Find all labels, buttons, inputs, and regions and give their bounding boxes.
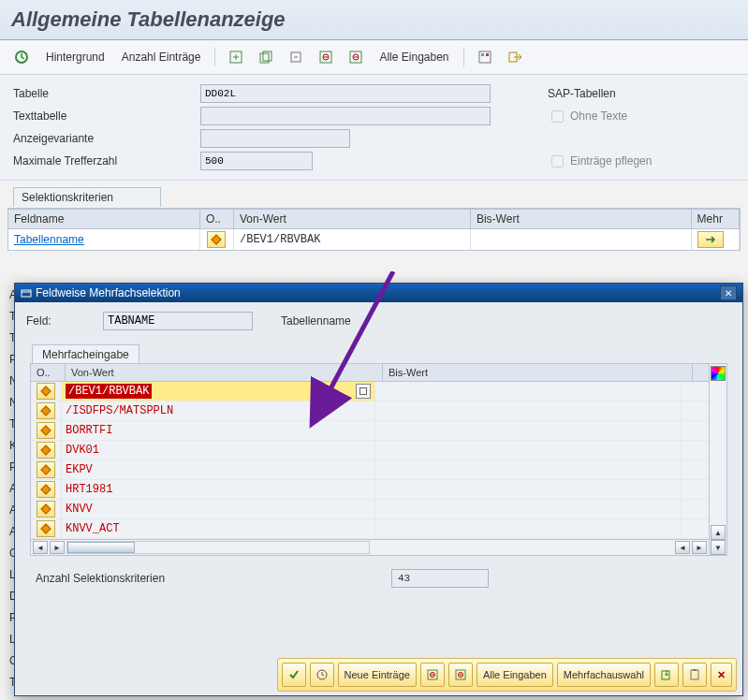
mf-row[interactable]: KNVV_ACT (31, 519, 709, 539)
option-icon[interactable] (37, 442, 55, 459)
selkrit-head-opt: O.. (200, 210, 234, 228)
option-icon[interactable] (37, 501, 55, 518)
option-icon[interactable] (37, 520, 55, 537)
mf-row[interactable]: DVK01 (31, 441, 709, 460)
ohne-texte-label: Ohne Texte (570, 109, 627, 123)
delete-row-icon[interactable] (313, 46, 339, 68)
column-config-icon[interactable] (711, 366, 726, 381)
page-title: Allgemeine Tabellenanzeige (11, 7, 286, 32)
option-icon[interactable] (37, 383, 55, 400)
mehr-button[interactable] (697, 231, 724, 248)
eintraege-pflegen-label: Einträge pflegen (570, 154, 652, 168)
bis-value[interactable] (375, 382, 682, 401)
mf-row[interactable]: /BEV1/RBVBAK (31, 382, 709, 401)
mf-row[interactable]: /ISDFPS/MATSPPLN (31, 401, 709, 421)
anzahl-value: 43 (391, 569, 489, 588)
scroll-left2-icon[interactable]: ◄ (675, 541, 690, 554)
dialog-title: Feldweise Mehrfachselektion (36, 286, 181, 299)
paste-row-icon[interactable] (283, 46, 309, 68)
dialog-titlebar: Feldweise Mehrfachselektion ✕ (15, 284, 742, 302)
sap-tabellen-label: SAP-Tabellen (548, 87, 735, 100)
bis-wert-cell[interactable] (471, 229, 692, 250)
layout-icon[interactable] (472, 46, 498, 68)
hintergrund-button[interactable]: Hintergrund (39, 46, 111, 68)
clipboard-button[interactable] (682, 663, 707, 687)
svg-rect-11 (486, 53, 489, 56)
cancel-button[interactable]: ✕ (711, 663, 732, 687)
execute-icon[interactable] (7, 46, 36, 68)
svg-rect-9 (479, 51, 491, 63)
selkrit-head-von: Von-Wert (234, 210, 471, 228)
mehrfachauswahl-button[interactable]: Mehrfachauswahl (557, 663, 651, 687)
mehrfacheingabe-tab[interactable]: Mehrfacheingabe (32, 344, 139, 364)
feld-label: Feld: (26, 314, 92, 328)
insert-row-icon[interactable] (223, 46, 249, 68)
selkrit-title: Selektionskriterien (13, 187, 161, 207)
bis-value[interactable] (375, 460, 682, 479)
h-scrollbar[interactable]: ◄ ► ◄ ► (31, 539, 709, 555)
clock-button[interactable] (310, 663, 334, 687)
von-value[interactable]: KNVV (66, 503, 93, 516)
scroll-right-icon[interactable]: ► (50, 541, 65, 554)
von-value[interactable]: /ISDFPS/MATSPPLN (66, 404, 173, 417)
selkrit-head-bis: Bis-Wert (471, 210, 692, 228)
von-value[interactable]: KNVV_ACT (66, 522, 120, 535)
anzahl-eintraege-button[interactable]: Anzahl Einträge (115, 46, 208, 68)
f4-help-icon[interactable] (356, 384, 371, 399)
maxtreffer-input[interactable] (200, 152, 313, 170)
scroll-left-icon[interactable]: ◄ (33, 541, 48, 554)
alle-eingaben-button[interactable]: Alle Eingaben (373, 46, 455, 68)
selkrit-head-feldname: Feldname (8, 210, 200, 228)
multi-select-dialog: Feldweise Mehrfachselektion ✕ Feld: Tabe… (14, 283, 743, 696)
tabelle-input[interactable] (200, 84, 491, 103)
exit-icon[interactable] (502, 46, 528, 68)
bis-value[interactable] (375, 480, 682, 499)
mf-row[interactable]: BORRTFI (31, 421, 709, 441)
scroll-right2-icon[interactable]: ► (692, 541, 707, 554)
anzeigevariante-input[interactable] (200, 129, 350, 148)
import-button[interactable] (654, 663, 679, 687)
mf-head-bis: Bis-Wert (383, 364, 693, 381)
bis-value[interactable] (375, 441, 682, 459)
bis-value[interactable] (375, 500, 682, 518)
dialog-footer: Neue Einträge Alle Eingaben Mehrfachausw… (277, 658, 737, 692)
option-icon[interactable] (37, 461, 55, 478)
scroll-down-icon[interactable]: ▼ (711, 540, 726, 555)
delete-all-button[interactable] (448, 663, 473, 687)
delete-single-button[interactable] (420, 663, 445, 687)
svg-rect-10 (481, 53, 484, 56)
form-area: Tabelle SAP-Tabellen Texttabelle Ohne Te… (0, 75, 748, 181)
side-toolbar: ▲ ▼ (709, 364, 726, 555)
von-value[interactable]: HRT1981 (66, 483, 112, 496)
mf-row[interactable]: HRT1981 (31, 480, 709, 500)
feldname-link[interactable]: Tabellenname (14, 233, 84, 246)
bis-value[interactable] (375, 519, 682, 538)
von-value[interactable]: /BEV1/RBVBAK (66, 384, 152, 399)
option-icon[interactable] (37, 481, 55, 498)
option-icon[interactable] (37, 402, 55, 419)
close-icon[interactable]: ✕ (720, 285, 737, 300)
copy-row-icon[interactable] (253, 46, 279, 68)
neue-eintraege-button[interactable]: Neue Einträge (338, 663, 417, 687)
ohne-texte-checkbox (551, 110, 564, 123)
texttabelle-input[interactable] (200, 107, 491, 125)
option-icon[interactable] (37, 422, 55, 439)
feld-desc: Tabellenname (281, 314, 351, 328)
accept-button[interactable] (282, 663, 306, 687)
von-wert-cell[interactable]: /BEV1/RBVBAK (234, 229, 471, 250)
option-icon[interactable] (207, 231, 226, 248)
bis-value[interactable] (375, 421, 682, 440)
von-value[interactable]: BORRTFI (66, 424, 112, 437)
alle-eingaben-button[interactable]: Alle Eingaben (477, 663, 553, 687)
von-value[interactable]: EKPV (66, 463, 93, 476)
mf-row[interactable]: EKPV (31, 460, 709, 480)
delete-all-icon[interactable] (343, 46, 369, 68)
von-value[interactable]: DVK01 (66, 444, 99, 457)
bis-value[interactable] (375, 401, 682, 420)
scroll-up-icon[interactable]: ▲ (711, 525, 726, 540)
anzahl-label: Anzahl Selektionskriterien (36, 572, 391, 585)
mf-row[interactable]: KNVV (31, 500, 709, 519)
feld-input[interactable] (103, 312, 253, 330)
mf-box: O.. Von-Wert Bis-Wert /BEV1/RBVBAK/ISDFP… (30, 363, 727, 556)
svg-rect-21 (693, 669, 697, 671)
